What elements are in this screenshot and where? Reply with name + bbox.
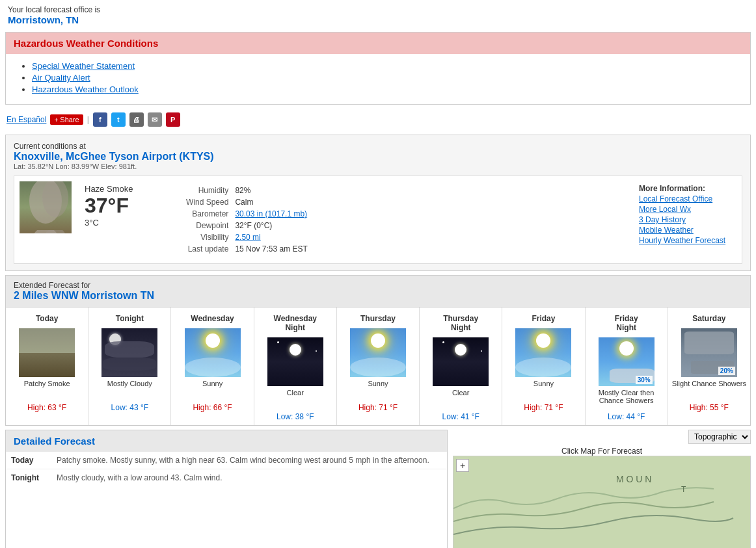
3day-history-link[interactable]: 3 Day History xyxy=(639,215,730,224)
forecast-temp-8: High: 55 °F xyxy=(671,403,748,412)
facebook-icon[interactable]: f xyxy=(93,112,107,127)
forecast-desc-4: Sunny xyxy=(340,380,416,400)
forecast-desc-7: Mostly Clear then Chance Showers xyxy=(588,389,665,410)
wind-value: Calm xyxy=(232,197,310,207)
detailed-forecast: Detailed Forecast TodayPatchy smoke. Mos… xyxy=(5,430,448,548)
pinterest-icon[interactable]: P xyxy=(166,112,180,127)
forecast-day-4[interactable]: Thursday Sunny High: 71 °F xyxy=(337,307,420,425)
more-local-wx-link[interactable]: More Local Wx xyxy=(639,205,730,214)
forecast-desc-8: Slight Chance Showers xyxy=(671,380,748,400)
vis-link[interactable]: 2.50 mi xyxy=(235,233,260,242)
hazard-box: Hazardous Weather Conditions Special Wea… xyxy=(5,32,751,105)
more-info-title: More Information: xyxy=(639,184,730,193)
forecast-temp-3: Low: 38 °F xyxy=(257,412,334,421)
top-bar: Your local forecast office is Morristown… xyxy=(0,0,756,28)
humidity-value: 82% xyxy=(232,185,310,196)
print-icon[interactable]: 🖨 xyxy=(129,112,144,127)
forecast-day-name-7: FridayNight xyxy=(588,311,665,335)
office-link[interactable]: Morristown, TN xyxy=(8,14,79,25)
forecast-desc-5: Clear xyxy=(422,389,499,410)
baro-link[interactable]: 30.03 in (1017.1 mb) xyxy=(235,209,307,218)
forecast-desc-3: Clear xyxy=(257,389,334,410)
share-button[interactable]: + Share xyxy=(50,114,83,125)
forecast-day-name-0: Today xyxy=(8,311,85,326)
forecast-temp-2: High: 66 °F xyxy=(174,403,250,412)
lastupdate-label: Last update xyxy=(183,244,231,254)
conditions-label: Current conditions at xyxy=(14,142,742,151)
map-click-label: Click Map For Forecast xyxy=(453,447,751,456)
hazard-title: Hazardous Weather Conditions xyxy=(14,38,742,49)
conditions-coords: Lat: 35.82°N Lon: 83.99°W Elev: 981ft. xyxy=(14,163,742,170)
forecast-day-name-1: Tonight xyxy=(91,311,168,326)
forecast-day-name-8: Saturday xyxy=(671,311,748,326)
forecast-day-name-4: Thursday xyxy=(340,311,416,326)
detailed-text-1: Mostly cloudy, with a low around 43. Cal… xyxy=(57,473,223,482)
share-bar: En Español + Share | f t 🖨 ✉ P xyxy=(0,109,756,131)
forecast-temp-7: Low: 44 °F xyxy=(588,412,665,421)
detailed-period-0: Today xyxy=(11,456,57,465)
forecast-temp-5: Low: 41 °F xyxy=(422,412,499,421)
hourly-forecast-link[interactable]: Hourly Weather Forecast xyxy=(639,236,730,245)
hazard-alert-3[interactable]: Hazardous Weather Outlook xyxy=(32,85,139,94)
svg-rect-0 xyxy=(453,456,750,548)
forecast-day-0[interactable]: Today Patchy Smoke High: 63 °F xyxy=(6,307,88,425)
humidity-label: Humidity xyxy=(183,185,231,196)
detailed-period-1: Tonight xyxy=(11,473,57,482)
lastupdate-value: 15 Nov 7:53 am EST xyxy=(232,244,310,254)
conditions-details: Humidity82% Wind SpeedCalm Barometer30.0… xyxy=(176,181,626,258)
map-controls: Topographic xyxy=(453,430,751,444)
svg-text:T: T xyxy=(681,485,686,494)
forecast-day-6[interactable]: Friday Sunny High: 71 °F xyxy=(502,307,585,425)
detailed-header: Detailed Forecast xyxy=(6,430,447,452)
hazard-alert-1[interactable]: Special Weather Statement xyxy=(32,61,135,71)
detailed-row-0: TodayPatchy smoke. Mostly sunny, with a … xyxy=(6,452,447,469)
conditions-condition: Haze Smoke xyxy=(85,184,163,194)
forecast-day-3[interactable]: WednesdayNight Clear Low: 38 °F xyxy=(254,307,337,425)
forecast-day-8[interactable]: Saturday 20% Slight Chance Showers High:… xyxy=(668,307,750,425)
conditions-box: Current conditions at Knoxville, McGhee … xyxy=(5,135,751,271)
twitter-icon[interactable]: t xyxy=(111,112,126,127)
forecast-day-name-6: Friday xyxy=(505,311,582,326)
forecast-grid: Today Patchy Smoke High: 63 °F Tonight M… xyxy=(6,307,750,425)
conditions-temp-c: 3°C xyxy=(85,218,163,228)
dew-value: 32°F (0°C) xyxy=(232,220,310,231)
forecast-day-1[interactable]: Tonight Mostly Cloudy Low: 43 °F xyxy=(88,307,171,425)
detailed-title: Detailed Forecast xyxy=(14,436,439,447)
hazard-alert-2[interactable]: Air Quality Alert xyxy=(32,73,90,83)
conditions-data: Haze Smoke 37°F 3°C Humidity82% Wind Spe… xyxy=(14,176,742,264)
local-forecast-office-link[interactable]: Local Forecast Office xyxy=(639,194,730,203)
forecast-location: 2 Miles WNW Morristown TN xyxy=(14,290,742,302)
forecast-temp-0: High: 63 °F xyxy=(8,403,85,412)
forecast-temp-1: Low: 43 °F xyxy=(91,403,168,412)
detailed-row-1: TonightMostly cloudy, with a low around … xyxy=(6,469,447,486)
conditions-image xyxy=(20,181,72,233)
office-label: Your local forecast office is xyxy=(8,5,748,14)
svg-text:M O U N: M O U N xyxy=(616,474,651,484)
map-type-select[interactable]: Topographic xyxy=(688,430,751,444)
forecast-day-7[interactable]: FridayNight 30% Mostly Clear then Chance… xyxy=(586,307,668,425)
baro-value: 30.03 in (1017.1 mb) xyxy=(232,209,310,219)
map-zoom-in-button[interactable]: + xyxy=(456,459,469,472)
forecast-day-5[interactable]: ThursdayNight Clear Low: 41 °F xyxy=(420,307,502,425)
forecast-day-name-3: WednesdayNight xyxy=(257,311,334,335)
forecast-desc-2: Sunny xyxy=(174,380,250,400)
share-divider: | xyxy=(87,115,89,124)
conditions-temp-f: 37°F xyxy=(85,194,163,218)
conditions-more: More Information: Local Forecast Office … xyxy=(632,181,736,258)
email-icon[interactable]: ✉ xyxy=(148,112,162,127)
forecast-day-2[interactable]: Wednesday Sunny High: 66 °F xyxy=(171,307,254,425)
baro-label: Barometer xyxy=(183,209,231,219)
forecast-desc-1: Mostly Cloudy xyxy=(91,380,168,400)
hazard-list: Special Weather Statement Air Quality Al… xyxy=(32,61,737,94)
map-container[interactable]: M O U N T + 2661 ft xyxy=(453,456,751,548)
en-espanol-link[interactable]: En Español xyxy=(7,115,46,124)
dew-label: Dewpoint xyxy=(183,220,231,231)
forecast-label: Extended Forecast for xyxy=(14,281,742,290)
forecast-desc-0: Patchy Smoke xyxy=(8,380,85,400)
wind-label: Wind Speed xyxy=(183,197,231,207)
forecast-desc-6: Sunny xyxy=(505,380,582,400)
detailed-rows: TodayPatchy smoke. Mostly sunny, with a … xyxy=(6,452,447,486)
map-section: Topographic Click Map For Forecast M O U… xyxy=(453,430,751,548)
mobile-weather-link[interactable]: Mobile Weather xyxy=(639,226,730,235)
forecast-temp-4: High: 71 °F xyxy=(340,403,416,412)
